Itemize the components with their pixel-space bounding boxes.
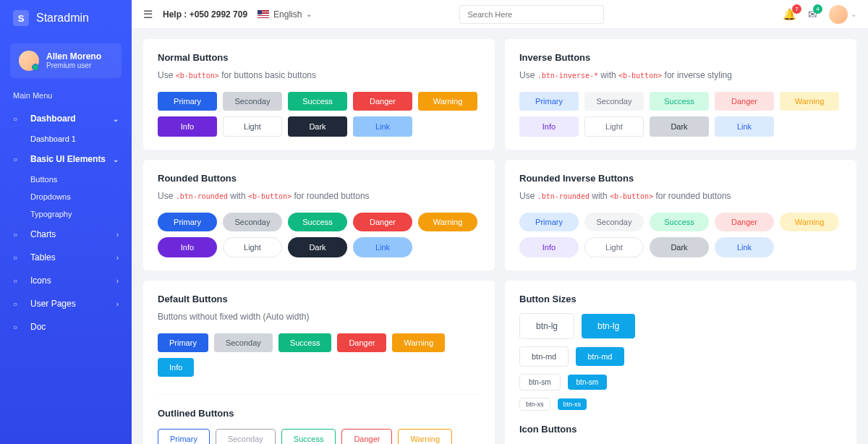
nav-icons[interactable]: ○ Icons › xyxy=(0,269,132,292)
circle-icon: ○ xyxy=(13,254,23,262)
nav-basic-ui[interactable]: ○ Basic UI Elements ⌄ xyxy=(0,148,132,171)
primary-button[interactable]: Primary xyxy=(158,92,217,111)
avatar xyxy=(829,5,848,24)
inv-warning-button[interactable]: Warning xyxy=(780,92,839,111)
danger-button[interactable]: Danger xyxy=(353,213,412,231)
menu-title: Main Menu xyxy=(0,91,132,107)
notifications-icon[interactable]: 🔔7 xyxy=(783,8,796,21)
card-title: Normal Buttons xyxy=(158,52,480,63)
inv-danger-button[interactable]: Danger xyxy=(715,213,774,231)
inv-primary-button[interactable]: Primary xyxy=(519,213,579,231)
language-selector[interactable]: English ⌄ xyxy=(258,9,312,20)
main-area: ☰ Help : +050 2992 709 English ⌄ 🔔7 ✉4 ⌄… xyxy=(132,0,868,444)
light-button[interactable]: Light xyxy=(223,237,282,257)
card-title: Outlined Buttons xyxy=(158,408,480,419)
warning-button[interactable]: Warning xyxy=(418,92,477,111)
btn-sm-blue[interactable]: btn-sm xyxy=(568,375,608,390)
menu-toggle-icon[interactable]: ☰ xyxy=(143,8,153,21)
card-rounded-inverse-buttons: Rounded Inverse Buttons Use .btn-rounded… xyxy=(505,160,856,270)
nav-charts[interactable]: ○ Charts › xyxy=(0,223,132,246)
secondary-button[interactable]: Seconday xyxy=(223,213,282,231)
outline-success-button[interactable]: Success xyxy=(281,429,336,444)
card-desc: Buttons without fixed width (Auto width) xyxy=(158,312,480,322)
secondary-button[interactable]: Seconday xyxy=(214,333,273,352)
link-button[interactable]: Link xyxy=(353,237,412,257)
inv-light-button[interactable]: Light xyxy=(584,237,644,257)
card-normal-buttons: Normal Buttons Use <b-button> for button… xyxy=(143,39,495,150)
inv-info-button[interactable]: Info xyxy=(519,116,579,137)
warning-button[interactable]: Warning xyxy=(418,213,477,231)
btn-lg-white[interactable]: btn-lg xyxy=(519,313,574,339)
inv-warning-button[interactable]: Warning xyxy=(780,213,839,231)
inv-dark-button[interactable]: Dark xyxy=(650,237,709,257)
inv-secondary-button[interactable]: Seconday xyxy=(584,92,644,111)
outline-primary-button[interactable]: Primary xyxy=(158,429,210,444)
secondary-button[interactable]: Seconday xyxy=(223,92,282,111)
warning-button[interactable]: Warning xyxy=(392,333,445,352)
card-title: Button Sizes xyxy=(519,294,842,304)
inv-light-button[interactable]: Light xyxy=(584,116,644,137)
btn-md-white[interactable]: btn-md xyxy=(519,346,569,367)
circle-icon: ○ xyxy=(13,115,23,123)
success-button[interactable]: Success xyxy=(288,213,347,231)
sidebar: S Staradmin Allen Moreno Premium user Ma… xyxy=(0,0,132,444)
nav-dashboard[interactable]: ○ Dashboard ⌄ xyxy=(0,107,132,130)
info-button[interactable]: Info xyxy=(158,237,217,257)
primary-button[interactable]: Primary xyxy=(158,333,208,352)
nav-sub-buttons[interactable]: Buttons xyxy=(0,171,132,188)
nav-sub-typography[interactable]: Typography xyxy=(0,205,132,223)
inv-danger-button[interactable]: Danger xyxy=(715,92,774,111)
nav-dashboard-1[interactable]: Dashboard 1 xyxy=(0,130,132,148)
brand-name: Staradmin xyxy=(36,12,89,25)
inv-link-button[interactable]: Link xyxy=(715,116,774,137)
nav-user-pages[interactable]: ○ User Pages › xyxy=(0,292,132,315)
chevron-down-icon: ⌄ xyxy=(306,10,312,18)
danger-button[interactable]: Danger xyxy=(337,333,386,352)
circle-icon: ○ xyxy=(13,277,23,285)
dark-button[interactable]: Dark xyxy=(288,116,347,137)
outline-danger-button[interactable]: Danger xyxy=(341,429,392,444)
btn-xs-blue[interactable]: btn-xs xyxy=(558,398,587,410)
messages-icon[interactable]: ✉4 xyxy=(808,8,817,21)
user-meta: Allen Moreno Premium user xyxy=(46,51,101,70)
profile-dropdown[interactable]: ⌄ xyxy=(829,5,856,24)
success-button[interactable]: Success xyxy=(278,333,332,352)
nav-tables[interactable]: ○ Tables › xyxy=(0,246,132,269)
brand-logo[interactable]: S Staradmin xyxy=(0,0,132,36)
nav-sub-dropdowns[interactable]: Dropdowns xyxy=(0,188,132,205)
msg-badge: 4 xyxy=(813,4,822,14)
inv-secondary-button[interactable]: Seconday xyxy=(584,213,644,231)
circle-icon: ○ xyxy=(13,300,23,308)
circle-icon: ○ xyxy=(13,231,23,239)
nav-doc[interactable]: ○ Doc xyxy=(0,315,132,338)
user-card[interactable]: Allen Moreno Premium user xyxy=(10,43,122,78)
chevron-down-icon: ⌄ xyxy=(851,10,856,18)
danger-button[interactable]: Danger xyxy=(353,92,412,111)
card-desc: Use .btn-rounded with <b-button> for rou… xyxy=(158,191,480,201)
btn-lg-blue[interactable]: btn-lg xyxy=(582,314,635,338)
inv-primary-button[interactable]: Primary xyxy=(519,92,579,111)
inv-dark-button[interactable]: Dark xyxy=(650,116,709,137)
btn-sm-white[interactable]: btn-sm xyxy=(519,374,561,390)
card-sizes-icons: Button Sizes btn-lg btn-lg btn-md btn-md… xyxy=(505,281,856,444)
btn-md-blue[interactable]: btn-md xyxy=(576,347,624,366)
success-button[interactable]: Success xyxy=(288,92,347,111)
inv-success-button[interactable]: Success xyxy=(650,213,709,231)
card-title: Rounded Inverse Buttons xyxy=(519,173,842,184)
inv-success-button[interactable]: Success xyxy=(650,92,709,111)
outline-secondary-button[interactable]: Seconday xyxy=(216,429,276,444)
btn-xs-white[interactable]: btn-xs xyxy=(519,398,550,411)
info-button[interactable]: Info xyxy=(158,116,217,137)
brand-initial: S xyxy=(13,10,29,26)
info-button[interactable]: Info xyxy=(158,358,194,377)
outline-warning-button[interactable]: Warning xyxy=(398,429,452,444)
primary-button[interactable]: Primary xyxy=(158,213,217,231)
dark-button[interactable]: Dark xyxy=(288,237,347,257)
inv-link-button[interactable]: Link xyxy=(715,237,774,257)
search-input[interactable] xyxy=(459,5,604,24)
card-rounded-buttons: Rounded Buttons Use .btn-rounded with <b… xyxy=(143,160,495,270)
light-button[interactable]: Light xyxy=(223,116,282,137)
link-button[interactable]: Link xyxy=(353,116,412,137)
inv-info-button[interactable]: Info xyxy=(519,237,579,257)
avatar xyxy=(19,51,39,71)
